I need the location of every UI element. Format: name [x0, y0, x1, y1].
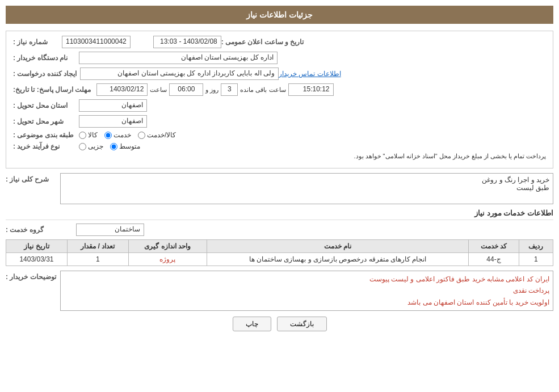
need-desc-label: شرح کلی نیاز : — [6, 173, 57, 183]
deadline-time-label: ساعت — [150, 86, 167, 94]
cell-date: 1403/03/31 — [6, 253, 68, 266]
need-number-label: شماره نیاز : — [13, 38, 58, 46]
page-title: جزئیات اطلاعات نیاز — [6, 6, 553, 24]
announce-label: تاریخ و ساعت اعلان عمومی : — [221, 38, 304, 46]
category-label: طبقه بندی موضوعی : — [13, 131, 75, 139]
col-qty: تعداد / مقدار — [67, 240, 128, 253]
category-khedmat-label: خدمت — [114, 131, 131, 139]
ptype-motevasset-radio[interactable] — [110, 143, 117, 150]
service-group-label: گروه خدمت : — [6, 226, 68, 234]
category-kala-label: کالا — [88, 131, 98, 139]
deadline-remain-label: ساعت باقی مانده — [240, 86, 285, 94]
deadline-label: مهلت ارسال پاسخ: تا تاریخ: — [13, 86, 91, 94]
cell-code: ج-44 — [469, 253, 519, 266]
creator-value: ولی اله بابایی کاربرداز اداره کل بهزیستی… — [80, 68, 279, 80]
deadline-day-count: 3 — [221, 83, 238, 96]
buyer-name-value: اداره کل بهزیستی استان اصفهان — [79, 52, 278, 64]
service-info-title: اطلاعات خدمات مورد نیاز — [6, 209, 553, 220]
category-kala-khedmat-radio[interactable] — [138, 132, 145, 139]
city-delivery-value: اصفهان — [79, 115, 147, 128]
cell-unit: پروژه — [128, 253, 207, 266]
announce-value: 1403/02/08 - 13:03 — [153, 36, 221, 48]
col-code: کد خدمت — [469, 240, 519, 253]
city-delivery-label: شهر محل تحویل : — [13, 117, 75, 125]
purchase-type-note: پرداخت تمام یا بخشی از مبلغ خریداز محل "… — [79, 153, 546, 160]
cell-qty: 1 — [67, 253, 128, 266]
service-table: ردیف کد خدمت نام خدمت واحد اندازه گیری ت… — [6, 239, 553, 266]
deadline-day-label: روز و — [205, 86, 218, 94]
ptype-motevasset-label: متوسط — [119, 142, 140, 150]
print-button[interactable]: چاپ — [233, 317, 271, 331]
service-group-value: ساختمان — [76, 224, 144, 236]
need-desc-value: خرید و اجرا رنگ و روغن طبق لیست — [60, 173, 553, 204]
deadline-time: 06:00 — [169, 83, 203, 96]
cell-row: 1 — [519, 253, 553, 266]
cell-name: انجام کارهای متفرقه درخصوص بازسازی و بهس… — [207, 253, 468, 266]
table-row: 1ج-44انجام کارهای متفرقه درخصوص بازسازی … — [6, 253, 553, 266]
category-khedmat-radio[interactable] — [104, 132, 112, 139]
contact-link[interactable]: اطلاعات تماس خریدار — [279, 70, 341, 78]
category-radio-group: کالا/خدمت خدمت کالا — [79, 131, 176, 139]
ptype-jozi-radio[interactable] — [79, 143, 86, 150]
buyer-notes-label: توضیحات خریدار : — [6, 271, 57, 281]
province-delivery-label: استان محل تحویل : — [13, 102, 75, 109]
category-kala-khedmat-label: کالا/خدمت — [147, 131, 176, 139]
col-row: ردیف — [519, 240, 553, 253]
buyer-name-label: نام دستگاه خریدار : — [13, 54, 75, 62]
buttons-row: بازگشت چاپ — [6, 317, 553, 331]
creator-label: ایجاد کننده درخواست : — [13, 70, 77, 78]
ptype-jozi-label: جزیی — [88, 142, 103, 150]
purchase-type-label: نوع فرآیند خرید : — [13, 142, 75, 150]
buyer-notes-value: ایران کد اعلامی مشابه خرید طبق فاکتور اع… — [60, 271, 553, 311]
deadline-date: 1403/02/12 — [96, 83, 148, 96]
deadline-remain-time: 15:10:12 — [288, 83, 334, 96]
back-button[interactable]: بازگشت — [277, 317, 327, 331]
col-date: تاریخ نیاز — [6, 240, 68, 253]
category-kala-radio[interactable] — [79, 132, 86, 139]
province-delivery-value: اصفهان — [79, 99, 147, 112]
need-number-value: 1103003411000042 — [62, 36, 131, 48]
col-unit: واحد اندازه گیری — [128, 240, 207, 253]
col-name: نام خدمت — [207, 240, 468, 253]
